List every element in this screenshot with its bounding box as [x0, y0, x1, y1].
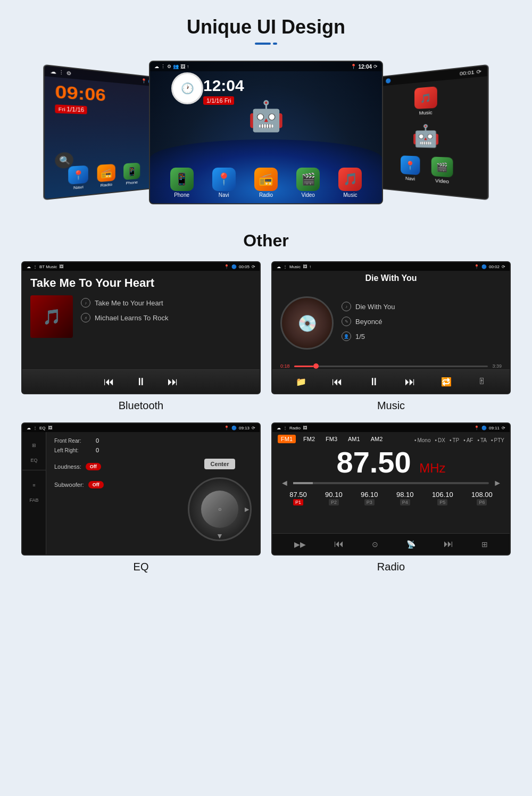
music-song-detail: ♪ Die With You [342, 302, 502, 311]
radio-bands: FM1 FM2 FM3 AM1 AM2 [278, 435, 386, 443]
phone-icon[interactable]: 📱 [123, 163, 140, 180]
fab-icon: ≡ [25, 477, 44, 493]
preset-2[interactable]: 90.10 P2 [325, 491, 343, 505]
right-video-icon[interactable]: 🎬 [431, 156, 453, 177]
bt-label: Bluetooth [21, 400, 261, 412]
left-right-label: Left Right: [54, 447, 92, 453]
loudness-toggle[interactable]: Off [86, 463, 101, 470]
radio-play-btn[interactable]: ▶▶ [294, 540, 306, 549]
center-music-label: Music [343, 192, 357, 198]
band-fm2[interactable]: FM2 [300, 435, 318, 443]
opt-tp: TP [450, 437, 459, 443]
music-track-num: 1/5 [355, 333, 365, 341]
radio-seek-right[interactable]: ► [493, 478, 502, 488]
center-radio-icon[interactable]: 📻 [254, 168, 278, 191]
music-status-bar: ☁⋮ Music 🖼↑ 📍🔵 00:02 ⟳ [272, 262, 510, 271]
right-navi-icon[interactable]: 📍 [401, 155, 420, 175]
preset-4[interactable]: 98.10 P4 [396, 491, 414, 505]
subwoofer-label: Subwoofer: [54, 482, 84, 488]
bt-player-card: ☁⋮ BT Music 🖼 📍🔵 00:05 ⟳ Take Me To Your… [21, 261, 261, 412]
section-other: Other ☁⋮ BT Music 🖼 📍🔵 00:05 ⟳ [0, 220, 532, 578]
bt-song-icon: ♪ [81, 298, 90, 308]
band-am1[interactable]: AM1 [345, 435, 363, 443]
progress-start: 0:18 [280, 363, 290, 369]
center-button[interactable]: Center [204, 459, 236, 469]
radio-next-btn[interactable]: ⏭ [444, 538, 453, 550]
progress-track[interactable] [294, 366, 488, 367]
left-time: 09:06 [55, 81, 105, 105]
bt-prev-btn[interactable]: ⏮ [104, 376, 114, 388]
subwoofer-toggle[interactable]: Off [88, 481, 104, 488]
section1-title: Unique UI Design [0, 0, 532, 38]
phone-label: Phone [126, 180, 138, 186]
music-repeat-btn[interactable]: 🔁 [441, 377, 452, 387]
preset-3-label: P3 [364, 499, 375, 505]
radio-antenna-btn[interactable]: 📡 [406, 540, 415, 549]
preset-5[interactable]: 106.10 P5 [432, 491, 453, 505]
center-navi-icon[interactable]: 📍 [212, 168, 236, 191]
radio-slider-row: ◄ ► [278, 478, 504, 488]
preset-5-label: P5 [437, 499, 447, 505]
front-rear-row: Front Rear: 0 [54, 437, 252, 444]
band-fm1[interactable]: FM1 [278, 435, 296, 443]
preset-6[interactable]: 108.00 P6 [471, 491, 493, 505]
center-app-icons: 📱 Phone 📍 Navi 📻 Radio 🎬 Video 🎵 [150, 168, 382, 198]
radio-slider[interactable] [293, 482, 489, 484]
bt-time: 00:05 [239, 264, 250, 269]
right-music-icon[interactable]: 🎵 [414, 86, 437, 109]
center-time-status: 12:04 [358, 64, 372, 70]
radio-top-row: FM1 FM2 FM3 AM1 AM2 Mono DX TP AF TA [278, 435, 504, 446]
bt-play-btn[interactable]: ⏸ [136, 376, 146, 388]
music-player-screen: ☁⋮ Music 🖼↑ 📍🔵 00:02 ⟳ Die With You 💿 [271, 261, 511, 394]
radio-icon[interactable]: 📻 [97, 164, 115, 182]
radio-freq-value: 87.50 [336, 445, 411, 479]
center-radio-label: Radio [259, 192, 273, 198]
music-eq-btn[interactable]: 🎚 [478, 377, 486, 386]
radio-home-btn[interactable]: ⊙ [372, 540, 378, 549]
radio-menu-btn[interactable]: ⊞ [481, 540, 488, 549]
progress-end: 3:39 [492, 363, 502, 369]
preset-1-freq: 87.50 [289, 491, 307, 499]
radio-seek-left[interactable]: ◄ [280, 478, 289, 488]
center-status-bar: ☁⋮⚙👥🖼↑ 📍12:04⟳ [150, 62, 382, 71]
eq-dial-container: ▲ ◄ ⊙ ► ▼ [188, 477, 252, 541]
music-time: 00:02 [489, 264, 500, 269]
music-track-icon: 👤 [342, 331, 351, 341]
bt-details: ♪ Take Me to Your Heart ♬ Michael Learns… [81, 295, 169, 322]
right-music-label: Music [419, 110, 433, 115]
preset-3[interactable]: 96.10 P3 [361, 491, 378, 505]
band-fm3[interactable]: FM3 [322, 435, 340, 443]
bt-player-screen: ☁⋮ BT Music 🖼 📍🔵 00:05 ⟳ Take Me To Your… [21, 261, 261, 394]
center-music-icon[interactable]: 🎵 [338, 168, 362, 191]
center-phone-icon[interactable]: 📱 [170, 168, 194, 191]
eq-dial-area: Loudness: Off Subwoofer: Off Center [54, 459, 252, 541]
subwoofer-row: Subwoofer: Off [54, 481, 180, 488]
radio-options: Mono DX TP AF TA PTY [414, 437, 504, 443]
music-folder-btn[interactable]: 📁 [296, 377, 306, 387]
eq-sidebar: ⊞ EQ ≡ FAB [22, 432, 46, 554]
preset-4-freq: 98.10 [396, 491, 414, 499]
music-label: Music [271, 400, 511, 412]
navi-icon[interactable]: 📍 [68, 165, 88, 185]
preset-6-freq: 108.00 [471, 491, 493, 499]
eq-radio-grid: ☁⋮ EQ🖼 📍🔵 09:13 ⟳ ⊞ EQ ≡ F [0, 412, 532, 573]
bt-song-title: Take Me To Your Heart [22, 271, 260, 293]
music-play-btn[interactable]: ⏸ [369, 376, 379, 388]
preset-1[interactable]: 87.50 P1 [289, 491, 307, 505]
eq-content: ⊞ EQ ≡ FAB Front Rear: 0 Left Right: [22, 432, 260, 554]
music-controls: 📁 ⏮ ⏸ ⏭ 🔁 🎚 [272, 369, 510, 393]
music-prev-btn[interactable]: ⏮ [332, 376, 343, 388]
band-am2[interactable]: AM2 [368, 435, 386, 443]
music-next-btn[interactable]: ⏭ [405, 376, 415, 388]
preset-2-freq: 90.10 [325, 491, 343, 499]
eq-arrow-right[interactable]: ► [243, 505, 251, 513]
bt-next-btn[interactable]: ⏭ [168, 376, 178, 388]
bt-song-detail: ♪ Take Me to Your Heart [81, 298, 169, 308]
radio-prev-btn[interactable]: ⏮ [334, 538, 344, 550]
radio-unit: MHz [419, 461, 445, 475]
center-video-icon[interactable]: 🎬 [296, 168, 320, 191]
loudness-label: Loudness: [54, 463, 81, 470]
eq-arrow-down[interactable]: ▼ [216, 532, 223, 540]
radio-label: Radio [101, 182, 112, 188]
bt-status-bar: ☁⋮ BT Music 🖼 📍🔵 00:05 ⟳ [22, 262, 260, 271]
